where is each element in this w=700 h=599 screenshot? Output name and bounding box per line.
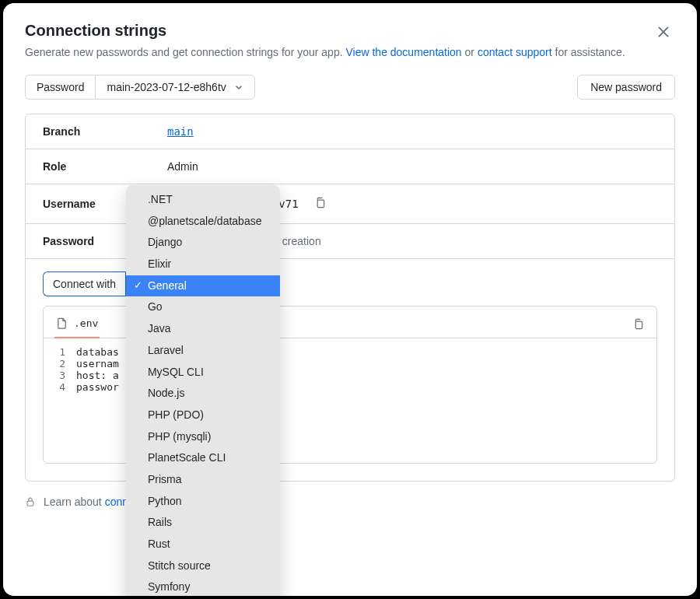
role-value: Admin (167, 160, 657, 173)
dropdown-option[interactable]: Python (126, 491, 280, 513)
new-password-button[interactable]: New password (577, 75, 675, 100)
docs-link[interactable]: View the documentation (345, 46, 461, 58)
file-icon (56, 317, 68, 329)
dropdown-option[interactable]: Django (126, 232, 280, 254)
connect-with-select[interactable]: General .NET@planetscale/databaseDjangoE… (125, 271, 205, 296)
dropdown-option[interactable]: Elixir (126, 254, 280, 275)
close-button[interactable] (652, 20, 675, 44)
dropdown-option[interactable]: Stitch source (126, 555, 280, 577)
dropdown-option[interactable]: MySQL CLI (126, 362, 280, 384)
dropdown-option[interactable]: .NET (126, 189, 280, 211)
line-number: 2 (44, 358, 76, 370)
password-selector: Password main-2023-07-12-e8h6tv (25, 75, 255, 100)
dropdown-option[interactable]: PHP (PDO) (126, 405, 280, 426)
svg-rect-1 (635, 321, 642, 328)
copy-username-button[interactable] (313, 195, 327, 212)
dropdown-option[interactable]: Symfony (126, 576, 280, 596)
support-link[interactable]: contact support (478, 46, 552, 58)
dropdown-option[interactable]: Laravel (126, 340, 280, 362)
dropdown-option[interactable]: Node.js (126, 383, 280, 405)
dropdown-option[interactable]: PHP (mysqli) (126, 426, 280, 448)
dropdown-option[interactable]: Go (126, 296, 280, 318)
branch-label: Branch (43, 125, 167, 138)
line-number: 3 (44, 370, 76, 381)
dropdown-option[interactable]: Rails (126, 512, 280, 534)
copy-icon (314, 197, 326, 208)
lock-icon (25, 496, 36, 507)
connection-details-card: Branch main Role Admin Username wvy8zb82… (25, 114, 675, 482)
password-selector-label: Password (25, 75, 95, 100)
page-subtitle: Generate new passwords and get connectio… (25, 44, 625, 61)
connect-with-dropdown[interactable]: .NET@planetscale/databaseDjangoElixirGen… (126, 185, 280, 596)
branch-link[interactable]: main (167, 125, 194, 138)
file-tab[interactable]: .env (54, 313, 100, 338)
close-icon (656, 25, 670, 39)
svg-rect-0 (317, 200, 324, 207)
copy-code-button[interactable] (631, 317, 646, 334)
page-title: Connection strings (25, 22, 625, 40)
modal-window: Connection strings Generate new password… (3, 3, 697, 596)
role-label: Role (43, 160, 167, 173)
chevron-down-icon (234, 82, 243, 92)
footer-hint: Learn about connec (25, 492, 675, 508)
dropdown-option[interactable]: PlanetScale CLI (126, 447, 280, 469)
password-selector-button[interactable]: main-2023-07-12-e8h6tv (95, 75, 254, 100)
dropdown-option[interactable]: Prisma (126, 469, 280, 491)
svg-rect-2 (27, 501, 33, 506)
copy-icon (632, 318, 644, 330)
line-number: 1 (44, 346, 76, 358)
dropdown-option[interactable]: General (126, 275, 280, 297)
dropdown-option[interactable]: Rust (126, 534, 280, 555)
dropdown-option[interactable]: Java (126, 318, 280, 340)
line-number: 4 (44, 381, 76, 393)
dropdown-option[interactable]: @planetscale/database (126, 211, 280, 233)
connect-with-label: Connect with (43, 271, 125, 296)
